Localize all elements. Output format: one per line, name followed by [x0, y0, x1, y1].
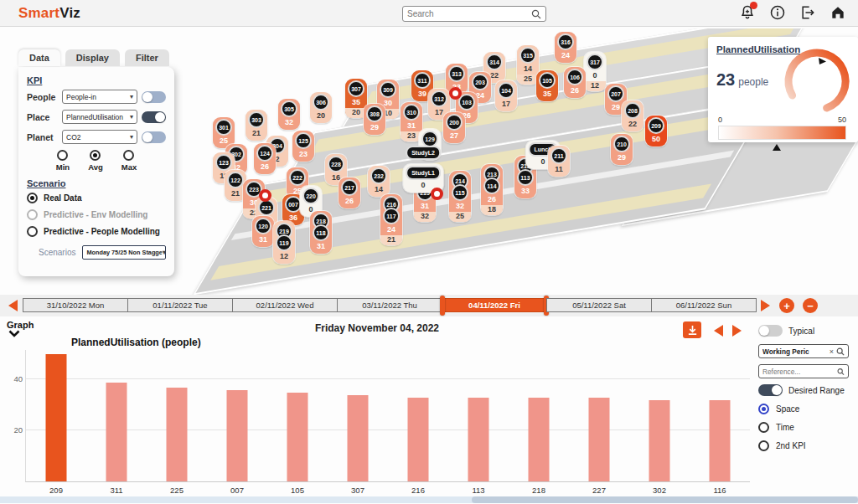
chart-prev-arrow[interactable]: [714, 325, 723, 337]
people-select[interactable]: People-in▾: [62, 90, 137, 104]
marker-208[interactable]: 20822: [622, 100, 644, 131]
typical-toggle[interactable]: [758, 325, 783, 337]
chart-next-arrow[interactable]: [732, 325, 742, 337]
bar-116[interactable]: [710, 400, 731, 481]
marker-106[interactable]: 10626: [564, 67, 586, 98]
marker-218[interactable]: 21811831: [310, 211, 332, 254]
alert-marker-icon[interactable]: [449, 87, 462, 100]
bar-007[interactable]: [227, 390, 248, 481]
search-input[interactable]: [407, 9, 531, 18]
alert-marker-icon[interactable]: [259, 189, 271, 202]
agg-radio-max[interactable]: [123, 150, 134, 161]
clear-filter-icon[interactable]: ×: [830, 347, 834, 356]
mode-radio-2nd-kpi[interactable]: [758, 440, 769, 451]
timeline-zoom-in-button[interactable]: +: [779, 298, 794, 313]
marker-214[interactable]: 2141153225: [449, 171, 471, 222]
marker-316[interactable]: 31624: [555, 32, 576, 63]
scenario-radio-real-data[interactable]: [27, 193, 38, 203]
marker-120[interactable]: 12031: [252, 216, 274, 247]
scenario-option-predictive-people-modelling[interactable]: Predictive - People Modelling: [27, 226, 166, 237]
download-button[interactable]: [683, 321, 701, 338]
agg-radio-min[interactable]: [57, 150, 68, 161]
bar-216[interactable]: [408, 398, 429, 481]
people-toggle[interactable]: [142, 91, 166, 103]
place-toggle[interactable]: [142, 111, 166, 123]
tab-filter[interactable]: Filter: [125, 49, 169, 66]
timeline-zoom-out-button[interactable]: −: [803, 298, 818, 313]
home-icon[interactable]: [830, 4, 846, 21]
scenario-radio-predictive-people-modelling[interactable]: [27, 226, 38, 237]
agg-radio-avg[interactable]: [90, 150, 101, 161]
bar-225[interactable]: [167, 388, 188, 481]
bar-105[interactable]: [287, 393, 308, 481]
mode-option-2nd-kpi[interactable]: 2nd KPI: [758, 440, 855, 451]
scenario-radio-predictive-env-modelling[interactable]: [27, 209, 38, 220]
tab-display[interactable]: Display: [65, 49, 120, 66]
marker-200[interactable]: 20027: [443, 112, 465, 143]
bar-227[interactable]: [589, 398, 610, 481]
place-select[interactable]: PlannedUtilisation▾: [62, 110, 137, 124]
marker-213[interactable]: 2131142618: [481, 164, 503, 215]
download-icon: [687, 325, 698, 336]
timeline-day-03-11-2022-thu[interactable]: 03/11/2022 Thu: [337, 298, 442, 312]
bar-113[interactable]: [468, 398, 489, 481]
bar-307[interactable]: [348, 395, 369, 481]
bar-209[interactable]: [46, 354, 67, 481]
marker-219[interactable]: 21911912: [273, 221, 295, 264]
marker-studyl2[interactable]: StudyL2: [406, 146, 441, 160]
agg-option-min[interactable]: Min: [56, 150, 70, 172]
marker-317[interactable]: 317012: [584, 52, 606, 91]
timeline-prev-arrow[interactable]: [8, 300, 18, 311]
reference-input[interactable]: [762, 368, 835, 376]
marker-306[interactable]: 30620: [310, 92, 332, 123]
marker-209[interactable]: 20950: [645, 116, 667, 147]
alert-marker-icon[interactable]: [431, 188, 443, 200]
working-period-filter[interactable]: Working Peric ×: [758, 344, 849, 358]
marker-room-label: 104: [498, 82, 514, 99]
mode-radio-space[interactable]: [758, 404, 769, 414]
planet-select[interactable]: CO2▾: [62, 130, 137, 144]
planet-toggle[interactable]: [142, 131, 166, 143]
marker-308[interactable]: 30829: [364, 104, 385, 135]
scenario-option-real-data[interactable]: Real Data: [27, 193, 166, 203]
marker-value: 0: [540, 157, 545, 167]
marker-104[interactable]: 10417: [495, 80, 517, 111]
desired-range-toggle[interactable]: [758, 384, 783, 396]
marker-216[interactable]: 2161172421: [380, 194, 402, 245]
range-handle-left[interactable]: [440, 296, 445, 316]
timeline-day-04-11-2022-fri[interactable]: 04/11/2022 Fri: [442, 298, 547, 312]
marker-232[interactable]: 23214: [368, 166, 390, 197]
scenario-option-predictive-env-modelling[interactable]: Predictive - Env Modelling: [27, 209, 166, 220]
info-icon[interactable]: [769, 4, 786, 21]
timeline-day-31-10-2022-mon[interactable]: 31/10/2022 Mon: [23, 298, 128, 312]
agg-option-avg[interactable]: Avg: [88, 150, 103, 172]
scrollbar-thumb[interactable]: [472, 496, 858, 503]
horizontal-scrollbar[interactable]: [0, 496, 858, 503]
notifications-bell-icon[interactable]: [739, 4, 756, 21]
logout-icon[interactable]: [799, 4, 816, 21]
marker-305[interactable]: 30532: [278, 99, 300, 130]
bar-311[interactable]: [106, 383, 127, 482]
timeline-day-01-11-2022-tue[interactable]: 01/11/2022 Tue: [127, 298, 233, 312]
scenarios-select[interactable]: Monday 75/25 Non Stagge▾: [82, 245, 166, 260]
reference-search[interactable]: [758, 364, 849, 378]
mode-option-space[interactable]: Space: [758, 404, 855, 414]
marker-210[interactable]: 21029: [611, 134, 633, 165]
timeline-day-06-11-2022-sun[interactable]: 06/11/2022 Sun: [651, 298, 757, 312]
mode-radio-time[interactable]: [758, 422, 769, 433]
timeline-day-05-11-2022-sat[interactable]: 05/11/2022 Sat: [546, 298, 652, 312]
bar-218[interactable]: [529, 398, 550, 481]
bar-302[interactable]: [649, 400, 670, 481]
marker-217[interactable]: 21726: [339, 177, 360, 208]
marker-124[interactable]: 12426: [254, 143, 276, 174]
timeline-next-arrow[interactable]: [761, 300, 770, 311]
tab-data[interactable]: Data: [18, 49, 60, 66]
mode-option-time[interactable]: Time: [758, 422, 855, 433]
marker-303[interactable]: 30321: [246, 110, 267, 141]
timeline-day-02-11-2022-wed[interactable]: 02/11/2022 Wed: [232, 298, 338, 312]
search-box[interactable]: [402, 6, 546, 22]
marker-211[interactable]: 21111: [548, 146, 570, 177]
marker-125[interactable]: 12523: [292, 131, 314, 162]
agg-option-max[interactable]: Max: [121, 150, 137, 172]
marker-105[interactable]: 10535: [536, 70, 558, 101]
